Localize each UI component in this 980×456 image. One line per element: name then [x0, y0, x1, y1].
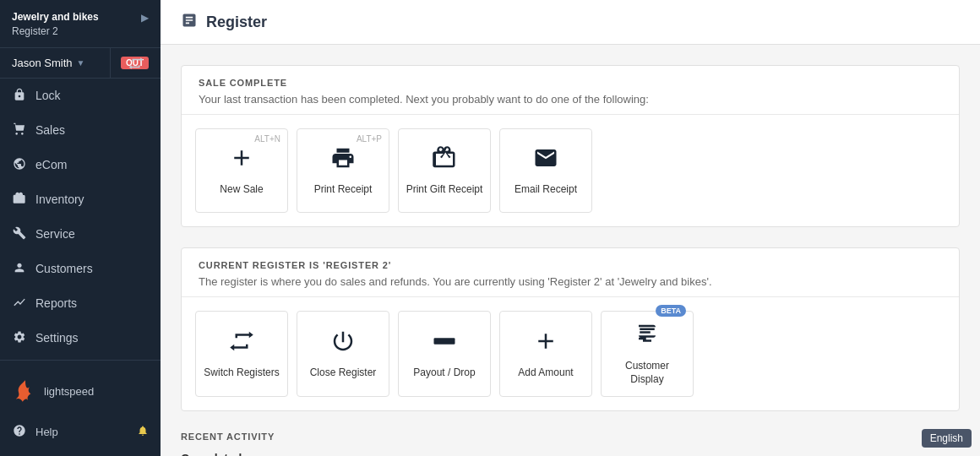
current-register-section: CURRENT REGISTER IS 'REGISTER 2' The reg…	[181, 247, 960, 411]
new-sale-card[interactable]: ALT+N New Sale	[195, 128, 288, 213]
register-name: Register 2	[12, 24, 99, 39]
print-gift-receipt-label: Print Gift Receipt	[406, 183, 483, 197]
customer-display-card[interactable]: BETA Customer Display	[601, 311, 694, 397]
register-cards: Switch Registers Close Register Payout /…	[182, 297, 959, 410]
language-badge: English	[922, 429, 972, 448]
recent-activity-section: RECENT ACTIVITY Completed #327, $1,100.0…	[181, 432, 960, 456]
sale-complete-header: SALE COMPLETE Your last transaction has …	[182, 66, 959, 115]
logo-area: lightspeed	[0, 367, 161, 415]
sale-complete-subtitle: Your last transaction has been completed…	[199, 93, 942, 106]
inventory-icon	[12, 192, 27, 208]
switch-icon	[229, 328, 254, 360]
sidebar: Jewelry and bikes Register 2 ▶ Jason Smi…	[0, 0, 161, 456]
page-title: Register	[206, 14, 267, 31]
switch-registers-label: Switch Registers	[204, 366, 279, 380]
notification-icon	[137, 425, 149, 439]
page-body: SALE COMPLETE Your last transaction has …	[161, 45, 980, 456]
lightspeed-logo	[12, 377, 39, 404]
beta-badge: BETA	[656, 305, 686, 317]
page-header: Register	[161, 0, 980, 45]
nav-menu: Lock Sales eCom Inventory	[0, 79, 161, 360]
sidebar-item-reports[interactable]: Reports	[0, 286, 161, 321]
sale-complete-title: SALE COMPLETE	[199, 78, 942, 88]
sidebar-header: Jewelry and bikes Register 2 ▶	[0, 0, 161, 48]
add-amount-label: Add Amount	[518, 366, 573, 380]
new-sale-icon	[229, 145, 254, 176]
email-receipt-label: Email Receipt	[514, 183, 577, 197]
completed-label: Completed	[181, 452, 960, 456]
sidebar-item-label-sales: Sales	[35, 123, 65, 137]
main-content-area: Register SALE COMPLETE Your last transac…	[161, 0, 980, 456]
new-sale-shortcut: ALT+N	[254, 134, 280, 144]
settings-icon	[12, 330, 27, 346]
help-icon	[12, 424, 27, 440]
email-icon	[533, 145, 558, 176]
switch-registers-card[interactable]: Switch Registers	[195, 311, 288, 397]
current-register-subtitle: The register is where you do sales and r…	[199, 275, 942, 288]
lightspeed-label: lightspeed	[44, 385, 94, 398]
sidebar-footer: lightspeed Help	[0, 360, 161, 456]
payout-drop-card[interactable]: Payout / Drop	[398, 311, 491, 397]
register-header-icon	[181, 12, 198, 32]
print-icon	[330, 145, 356, 176]
sidebar-item-service[interactable]: Service	[0, 217, 161, 252]
payout-drop-label: Payout / Drop	[413, 366, 475, 380]
sidebar-item-label-ecom: eCom	[35, 158, 67, 171]
chevron-down-icon: ▼	[77, 58, 85, 68]
sidebar-item-label-reports: Reports	[35, 296, 77, 310]
svg-rect-0	[434, 338, 455, 345]
new-sale-label: New Sale	[220, 183, 263, 197]
power-icon	[330, 328, 356, 360]
minus-icon	[432, 328, 457, 360]
gift-icon	[432, 145, 457, 176]
email-receipt-card[interactable]: Email Receipt	[499, 128, 592, 213]
close-register-label: Close Register	[310, 366, 377, 380]
sidebar-item-label-settings: Settings	[35, 331, 79, 345]
sidebar-item-label-customers: Customers	[35, 262, 93, 275]
print-receipt-label: Print Receipt	[314, 183, 373, 197]
sidebar-item-ecom[interactable]: eCom	[0, 148, 161, 182]
expand-icon[interactable]: ▶	[141, 12, 149, 24]
sale-complete-cards: ALT+N New Sale ALT+P Print Receipt	[182, 115, 959, 226]
print-receipt-shortcut: ALT+P	[357, 134, 382, 144]
sidebar-item-lock[interactable]: Lock	[0, 79, 161, 113]
user-name[interactable]: Jason Smith ▼	[12, 57, 84, 69]
customer-display-label: Customer Display	[608, 360, 686, 386]
sidebar-item-label-lock: Lock	[35, 89, 61, 102]
close-register-card[interactable]: Close Register	[297, 311, 389, 397]
recent-activity-title: RECENT ACTIVITY	[181, 432, 960, 442]
sidebar-item-inventory[interactable]: Inventory	[0, 182, 161, 217]
service-icon	[12, 226, 27, 242]
print-receipt-card[interactable]: ALT+P Print Receipt	[297, 128, 389, 213]
reports-icon	[12, 296, 27, 312]
sidebar-item-label-service: Service	[35, 227, 75, 241]
store-info: Jewelry and bikes Register 2	[12, 10, 99, 39]
current-register-title: CURRENT REGISTER IS 'REGISTER 2'	[199, 260, 942, 270]
sidebar-item-sales[interactable]: Sales	[0, 113, 161, 148]
sale-complete-section: SALE COMPLETE Your last transaction has …	[181, 65, 960, 227]
store-name: Jewelry and bikes	[12, 10, 99, 24]
sidebar-item-label-inventory: Inventory	[35, 193, 84, 206]
ecom-icon	[12, 157, 27, 173]
add-amount-card[interactable]: Add Amount	[499, 311, 592, 397]
add-amount-icon	[533, 328, 558, 360]
print-gift-receipt-card[interactable]: Print Gift Receipt	[398, 128, 491, 213]
transfer-button[interactable]	[110, 48, 161, 79]
sidebar-item-help[interactable]: Help	[0, 415, 161, 449]
current-register-header: CURRENT REGISTER IS 'REGISTER 2' The reg…	[182, 248, 959, 297]
sales-icon	[12, 122, 27, 138]
sidebar-item-settings[interactable]: Settings	[0, 321, 161, 356]
sidebar-item-label-help: Help	[35, 426, 58, 438]
customers-icon	[12, 261, 27, 277]
transfer-icon	[128, 56, 144, 71]
sidebar-item-customers[interactable]: Customers	[0, 252, 161, 286]
lock-icon	[12, 88, 27, 104]
display-icon	[634, 322, 660, 353]
